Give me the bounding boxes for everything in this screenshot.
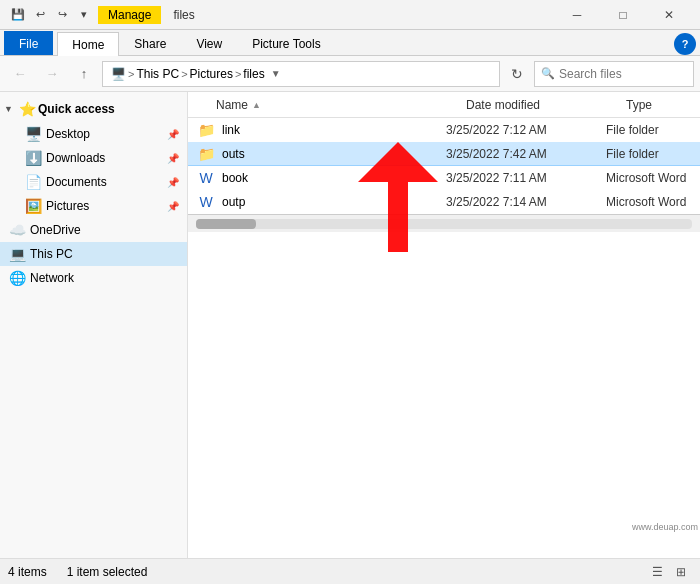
titlebar-left: 💾 ↩ ↪ ▾ Manage files: [8, 5, 195, 25]
sidebar-item-pictures[interactable]: 🖼️ Pictures 📌: [0, 194, 187, 218]
quick-access-star-icon: ⭐: [18, 100, 36, 118]
horizontal-scrollbar[interactable]: [188, 214, 700, 232]
main-area: ▼ ⭐ Quick access 🖥️ Desktop 📌 ⬇️ Downloa…: [0, 92, 700, 558]
ribbon-tabs: File Home Share View Picture Tools ?: [0, 30, 700, 56]
pin-icon-2: 📌: [167, 153, 179, 164]
file-type-1: File folder: [606, 123, 692, 137]
close-button[interactable]: ✕: [646, 0, 692, 30]
sidebar-item-onedrive[interactable]: ☁️ OneDrive: [0, 218, 187, 242]
file-date-2: 3/25/2022 7:42 AM: [446, 147, 606, 161]
file-name-4: outp: [222, 195, 446, 209]
items-count: 4 items: [8, 565, 47, 579]
table-row[interactable]: W book 3/25/2022 7:11 AM Microsoft Word: [188, 166, 700, 190]
pin-icon-3: 📌: [167, 177, 179, 188]
file-type-3: Microsoft Word: [606, 171, 692, 185]
sidebar-item-desktop[interactable]: 🖥️ Desktop 📌: [0, 122, 187, 146]
file-date-1: 3/25/2022 7:12 AM: [446, 123, 606, 137]
maximize-button[interactable]: □: [600, 0, 646, 30]
file-list-header: Name ▲ Date modified Type: [188, 92, 700, 118]
folder-icon-2: 📁: [196, 144, 216, 164]
titlebar-icons: 💾 ↩ ↪ ▾: [8, 5, 94, 25]
sidebar-onedrive-label: OneDrive: [30, 223, 179, 237]
documents-icon: 📄: [24, 173, 42, 191]
sidebar: ▼ ⭐ Quick access 🖥️ Desktop 📌 ⬇️ Downloa…: [0, 92, 188, 558]
sidebar-documents-label: Documents: [46, 175, 163, 189]
file-date-4: 3/25/2022 7:14 AM: [446, 195, 606, 209]
word-icon: W: [196, 168, 216, 188]
file-name-1: link: [222, 123, 446, 137]
breadcrumb-files[interactable]: files: [243, 67, 264, 81]
statusbar: 4 items 1 item selected ☰ ⊞: [0, 558, 700, 584]
icons-view-button[interactable]: ⊞: [670, 561, 692, 583]
search-input[interactable]: [559, 67, 700, 81]
help-button[interactable]: ?: [674, 33, 696, 55]
col-date-label: Date modified: [466, 98, 540, 112]
quick-access-section[interactable]: ▼ ⭐ Quick access: [0, 96, 187, 122]
sidebar-thispc-label: This PC: [30, 247, 179, 261]
breadcrumb-thispc[interactable]: This PC: [136, 67, 179, 81]
file-type-4: Microsoft Word: [606, 195, 692, 209]
quick-access-label: Quick access: [38, 102, 183, 116]
tab-home[interactable]: Home: [57, 32, 119, 56]
sort-up-icon: ▲: [252, 100, 261, 110]
tab-share[interactable]: Share: [119, 31, 181, 55]
table-row[interactable]: 📁 link 3/25/2022 7:12 AM File folder: [188, 118, 700, 142]
search-icon: 🔍: [541, 67, 555, 80]
downloads-icon: ⬇️: [24, 149, 42, 167]
breadcrumb-computer-icon: 🖥️: [111, 67, 126, 81]
file-area-wrapper: Name ▲ Date modified Type 📁 link 3/25/20…: [188, 92, 700, 558]
watermark: www.deuap.com: [632, 522, 698, 532]
redo-icon[interactable]: ↪: [52, 5, 72, 25]
file-list: 📁 link 3/25/2022 7:12 AM File folder 📁 o…: [188, 118, 700, 214]
thispc-icon: 💻: [8, 245, 26, 263]
undo-icon[interactable]: ↩: [30, 5, 50, 25]
breadcrumb[interactable]: 🖥️ > This PC > Pictures > files ▼: [102, 61, 500, 87]
sidebar-item-downloads[interactable]: ⬇️ Downloads 📌: [0, 146, 187, 170]
column-date[interactable]: Date modified: [466, 98, 626, 112]
refresh-button[interactable]: ↻: [504, 61, 530, 87]
back-button[interactable]: ←: [6, 61, 34, 87]
onedrive-icon: ☁️: [8, 221, 26, 239]
up-button[interactable]: ↑: [70, 61, 98, 87]
network-icon: 🌐: [8, 269, 26, 287]
sidebar-downloads-label: Downloads: [46, 151, 163, 165]
quick-access-down-icon[interactable]: ▾: [74, 5, 94, 25]
table-row[interactable]: 📁 outs 3/25/2022 7:42 AM File folder: [188, 142, 700, 166]
minimize-button[interactable]: ─: [554, 0, 600, 30]
sidebar-item-thispc[interactable]: 💻 This PC: [0, 242, 187, 266]
folder-icon: 📁: [196, 120, 216, 140]
pin-icon: 📌: [167, 129, 179, 140]
column-type[interactable]: Type: [626, 98, 692, 112]
sidebar-network-label: Network: [30, 271, 179, 285]
table-row[interactable]: W outp 3/25/2022 7:14 AM Microsoft Word: [188, 190, 700, 214]
col-name-label: Name: [216, 98, 248, 112]
tab-file[interactable]: File: [4, 31, 53, 55]
selected-count: 1 item selected: [67, 565, 148, 579]
file-date-3: 3/25/2022 7:11 AM: [446, 171, 606, 185]
manage-tab[interactable]: Manage: [98, 6, 161, 24]
sidebar-pictures-label: Pictures: [46, 199, 163, 213]
word-icon-2: W: [196, 192, 216, 212]
tab-view[interactable]: View: [181, 31, 237, 55]
save-icon[interactable]: 💾: [8, 5, 28, 25]
hscroll-thumb[interactable]: [196, 219, 256, 229]
file-name-3: book: [222, 171, 446, 185]
search-bar[interactable]: 🔍: [534, 61, 694, 87]
expand-icon: ▼: [4, 104, 16, 114]
details-view-button[interactable]: ☰: [646, 561, 668, 583]
pin-icon-4: 📌: [167, 201, 179, 212]
file-type-2: File folder: [606, 147, 692, 161]
titlebar-title: files: [173, 8, 194, 22]
hscroll-track: [196, 219, 692, 229]
sidebar-item-network[interactable]: 🌐 Network: [0, 266, 187, 290]
breadcrumb-pictures[interactable]: Pictures: [190, 67, 233, 81]
forward-button[interactable]: →: [38, 61, 66, 87]
view-buttons: ☰ ⊞: [646, 561, 692, 583]
tab-picture-tools[interactable]: Picture Tools: [237, 31, 335, 55]
col-type-label: Type: [626, 98, 652, 112]
titlebar: 💾 ↩ ↪ ▾ Manage files ─ □ ✕: [0, 0, 700, 30]
column-name[interactable]: Name ▲: [216, 98, 466, 112]
breadcrumb-dropdown[interactable]: ▼: [271, 68, 281, 79]
desktop-icon: 🖥️: [24, 125, 42, 143]
sidebar-item-documents[interactable]: 📄 Documents 📌: [0, 170, 187, 194]
